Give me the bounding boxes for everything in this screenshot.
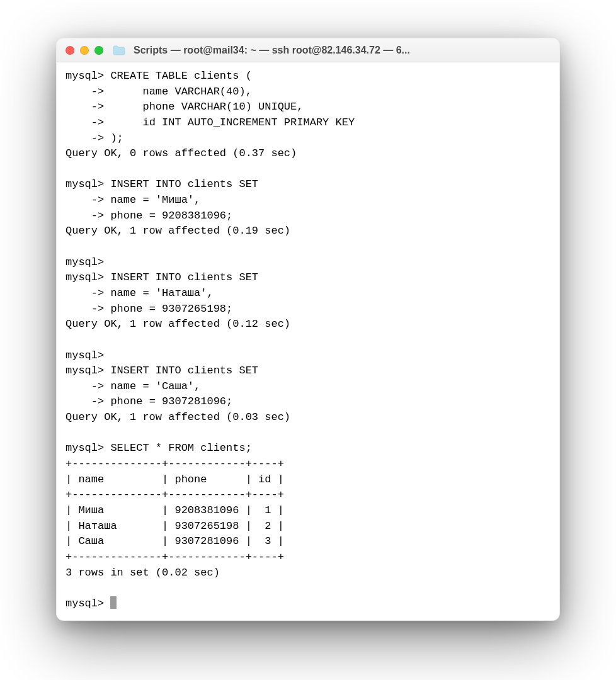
sql-insert: INSERT INTO clients SET [110, 271, 258, 283]
close-button[interactable] [66, 46, 74, 55]
sql-ins2-name: name = 'Наташа', [110, 287, 213, 299]
table-separator: +--------------+------------+----+ [66, 458, 284, 470]
sql-ins1-name: name = 'Миша', [110, 194, 200, 206]
cont-prompt: -> [66, 101, 110, 113]
table-separator: +--------------+------------+----+ [66, 551, 284, 563]
sql-create-phone: phone VARCHAR(10) UNIQUE, [110, 101, 303, 113]
window-title: Scripts — root@mail34: ~ — ssh root@82.1… [134, 45, 550, 56]
prompt: mysql> [66, 271, 110, 283]
cont-prompt: -> [66, 380, 110, 392]
sql-ins2-phone: phone = 9307265198; [110, 303, 232, 315]
sql-create-name: name VARCHAR(40), [110, 86, 251, 98]
traffic-lights [66, 46, 103, 55]
query-result: Query OK, 0 rows affected (0.37 sec) [66, 147, 297, 159]
terminal-window: Scripts — root@mail34: ~ — ssh root@82.1… [56, 38, 560, 621]
prompt: mysql> [66, 442, 110, 454]
prompt: mysql> [66, 598, 110, 609]
cont-prompt: -> [66, 194, 110, 206]
cursor [110, 596, 117, 609]
query-result: Query OK, 1 row affected (0.12 sec) [66, 318, 290, 330]
prompt: mysql> [66, 178, 110, 190]
prompt: mysql> [66, 70, 110, 82]
folder-icon [113, 45, 125, 55]
zoom-button[interactable] [94, 46, 103, 55]
cont-prompt: -> [66, 395, 110, 407]
minimize-button[interactable] [80, 46, 89, 55]
sql-ins3-phone: phone = 9307281096; [110, 395, 232, 407]
sql-ins3-name: name = 'Саша', [110, 380, 200, 392]
sql-insert: INSERT INTO clients SET [110, 178, 258, 190]
query-result: Query OK, 1 row affected (0.19 sec) [66, 225, 290, 237]
terminal-body[interactable]: mysql> CREATE TABLE clients ( -> name VA… [57, 62, 559, 620]
cont-prompt: -> [66, 287, 110, 299]
table-row: | Наташа | 9307265198 | 2 | [66, 520, 284, 532]
table-separator: +--------------+------------+----+ [66, 489, 284, 501]
sql-create-close: ); [110, 132, 123, 144]
prompt: mysql> [66, 256, 110, 268]
prompt: mysql> [66, 365, 110, 377]
sql-select: SELECT * FROM clients; [110, 442, 251, 454]
sql-insert: INSERT INTO clients SET [110, 365, 258, 377]
titlebar: Scripts — root@mail34: ~ — ssh root@82.1… [57, 38, 559, 62]
sql-ins1-phone: phone = 9208381096; [110, 210, 232, 222]
prompt: mysql> [66, 349, 110, 361]
sql-create: CREATE TABLE clients ( [110, 70, 251, 82]
query-result: Query OK, 1 row affected (0.03 sec) [66, 411, 290, 423]
cont-prompt: -> [66, 116, 110, 128]
cont-prompt: -> [66, 303, 110, 315]
table-row: | Миша | 9208381096 | 1 | [66, 504, 284, 516]
rows-in-set: 3 rows in set (0.02 sec) [66, 567, 220, 579]
table-header: | name | phone | id | [66, 473, 284, 485]
table-row: | Саша | 9307281096 | 3 | [66, 535, 284, 547]
cont-prompt: -> [66, 132, 110, 144]
sql-create-id: id INT AUTO_INCREMENT PRIMARY KEY [110, 116, 355, 128]
cont-prompt: -> [66, 86, 110, 98]
cont-prompt: -> [66, 210, 110, 222]
